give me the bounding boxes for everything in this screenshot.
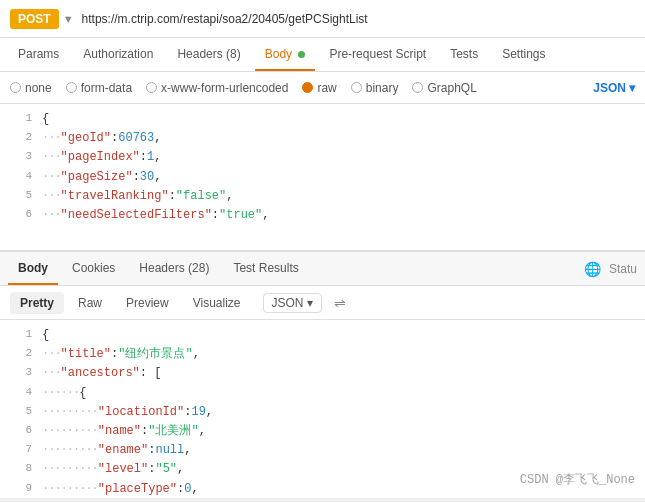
json-dropdown-chevron: ▾: [629, 81, 635, 95]
resp-json-dropdown[interactable]: JSON ▾: [263, 293, 322, 313]
fmt-tab-raw[interactable]: Raw: [68, 292, 112, 314]
body-type-none-label: none: [25, 81, 52, 95]
resp-line-1: 1 {: [0, 326, 645, 345]
watermark: CSDN @李飞飞_None: [520, 471, 635, 490]
line-num-1: 1: [8, 110, 32, 128]
body-type-none[interactable]: none: [10, 81, 52, 95]
tab-body[interactable]: Body: [255, 39, 316, 71]
tab-params[interactable]: Params: [8, 39, 69, 71]
fmt-tab-preview[interactable]: Preview: [116, 292, 179, 314]
req-line-1: 1 {: [0, 110, 645, 129]
body-type-raw-label: raw: [317, 81, 336, 95]
resp-json-chevron: ▾: [307, 296, 313, 310]
resp-tab-headers[interactable]: Headers (28): [129, 253, 219, 285]
body-type-raw[interactable]: raw: [302, 81, 336, 95]
radio-binary: [351, 82, 362, 93]
tab-headers[interactable]: Headers (8): [167, 39, 250, 71]
globe-icon: 🌐: [584, 261, 601, 277]
resp-tab-testresults[interactable]: Test Results: [223, 253, 308, 285]
line-num-3: 3: [8, 148, 32, 166]
req-line-2: 2 ··· "geoId": 60763,: [0, 129, 645, 148]
req-line-6: 6 ··· "needSelectedFilters": "true",: [0, 206, 645, 225]
radio-graphql: [412, 82, 423, 93]
tab-authorization[interactable]: Authorization: [73, 39, 163, 71]
json-type-label: JSON: [593, 81, 626, 95]
radio-raw: [302, 82, 313, 93]
body-type-urlencoded[interactable]: x-www-form-urlencoded: [146, 81, 288, 95]
radio-formdata: [66, 82, 77, 93]
resp-line-2: 2 ··· "title": "纽约市景点",: [0, 345, 645, 364]
line-num-4: 4: [8, 168, 32, 186]
body-dot: [298, 51, 305, 58]
resp-json-label: JSON: [272, 296, 304, 310]
resp-line-3: 3 ··· "ancestors": [: [0, 364, 645, 383]
fmt-tab-pretty[interactable]: Pretty: [10, 292, 64, 314]
method-dropdown-icon[interactable]: ▼: [63, 13, 74, 25]
tab-settings[interactable]: Settings: [492, 39, 555, 71]
response-status-area: 🌐 Statu: [584, 261, 637, 277]
resp-line-5: 5 ········· "locationId": 19,: [0, 403, 645, 422]
resp-tab-cookies[interactable]: Cookies: [62, 253, 125, 285]
body-type-formdata[interactable]: form-data: [66, 81, 132, 95]
radio-urlencoded: [146, 82, 157, 93]
tab-prerequest[interactable]: Pre-request Script: [319, 39, 436, 71]
json-type-dropdown[interactable]: JSON ▾: [593, 81, 635, 95]
response-code-area: 1 { 2 ··· "title": "纽约市景点", 3 ··· "ances…: [0, 320, 645, 498]
body-type-urlencoded-label: x-www-form-urlencoded: [161, 81, 288, 95]
body-type-binary-label: binary: [366, 81, 399, 95]
body-type-graphql-label: GraphQL: [427, 81, 476, 95]
tab-tests[interactable]: Tests: [440, 39, 488, 71]
request-tabs: Params Authorization Headers (8) Body Pr…: [0, 38, 645, 72]
req-line-3: 3 ··· "pageIndex": 1,: [0, 148, 645, 167]
req-line-5: 5 ··· "travelRanking": "false",: [0, 187, 645, 206]
resp-line-6: 6 ········· "name": "北美洲",: [0, 422, 645, 441]
filter-icon[interactable]: ⇌: [334, 295, 346, 311]
body-type-bar: none form-data x-www-form-urlencoded raw…: [0, 72, 645, 104]
response-format-bar: Pretty Raw Preview Visualize JSON ▾ ⇌: [0, 286, 645, 320]
line-num-6: 6: [8, 206, 32, 224]
body-type-graphql[interactable]: GraphQL: [412, 81, 476, 95]
line-num-5: 5: [8, 187, 32, 205]
body-type-binary[interactable]: binary: [351, 81, 399, 95]
request-code-area: 1 { 2 ··· "geoId": 60763, 3 ··· "pageInd…: [0, 104, 645, 252]
line-num-2: 2: [8, 129, 32, 147]
radio-none: [10, 82, 21, 93]
status-text: Statu: [609, 262, 637, 276]
method-badge[interactable]: POST: [10, 9, 59, 29]
resp-tab-body[interactable]: Body: [8, 253, 58, 285]
response-tabs-bar: Body Cookies Headers (28) Test Results 🌐…: [0, 252, 645, 286]
req-line-4: 4 ··· "pageSize": 30,: [0, 168, 645, 187]
resp-line-4: 4 ······ {: [0, 384, 645, 403]
body-type-formdata-label: form-data: [81, 81, 132, 95]
resp-line-7: 7 ········· "ename": null,: [0, 441, 645, 460]
fmt-tab-visualize[interactable]: Visualize: [183, 292, 251, 314]
url-input[interactable]: [82, 12, 635, 26]
top-bar: POST ▼: [0, 0, 645, 38]
